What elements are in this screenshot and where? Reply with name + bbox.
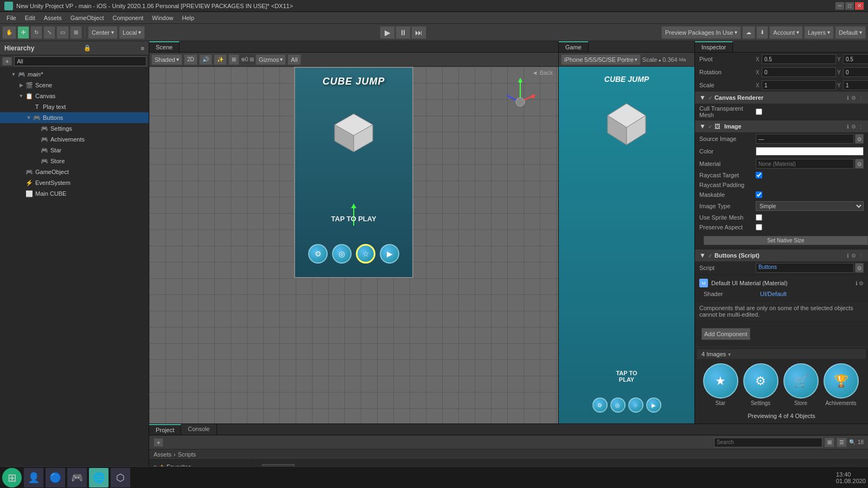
menu-help[interactable]: Help (177, 14, 199, 22)
project-list-view-btn[interactable]: ☰ (837, 438, 847, 447)
move-tool[interactable]: ✛ (17, 26, 29, 39)
menu-assets[interactable]: Assets (40, 14, 66, 22)
canvas-renderer-info[interactable]: ℹ (847, 95, 849, 101)
audio-btn[interactable]: 🔊 (199, 54, 212, 65)
tree-item-maincube[interactable]: ⬜ Main CUBE (0, 188, 149, 199)
canvas-renderer-menu[interactable]: ⋮ (858, 95, 864, 101)
canvas-renderer-settings[interactable]: ⚙ (851, 95, 856, 101)
maskable-check[interactable] (756, 191, 762, 198)
scene-view-btn[interactable]: ⊞ (228, 54, 239, 65)
layer-all-btn[interactable]: All (288, 54, 301, 65)
buttons-settings[interactable]: ⚙ (851, 253, 856, 259)
preserve-aspect-check[interactable] (756, 224, 762, 230)
rotation-x-input[interactable] (762, 67, 836, 77)
play-button[interactable]: ▶ (380, 26, 395, 39)
taskbar-icon-1[interactable]: 👤 (24, 468, 43, 487)
breadcrumb-assets[interactable]: Assets (154, 451, 171, 458)
project-search[interactable] (714, 438, 822, 447)
pivot-y-input[interactable] (843, 54, 868, 64)
tree-item-store[interactable]: 🎮 Store (0, 156, 149, 166)
taskbar-icon-3[interactable]: 🎮 (67, 468, 87, 487)
scale-tool[interactable]: ⤡ (43, 26, 55, 39)
scale-x-input[interactable] (762, 80, 836, 90)
tab-console[interactable]: Console (181, 424, 216, 435)
preview-packages-dropdown[interactable]: Preview Packages In Use ▾ (661, 26, 741, 39)
minimize-btn[interactable]: ─ (835, 2, 844, 10)
material-ref-info[interactable]: ℹ (856, 280, 858, 286)
tree-item-playtext[interactable]: T Play text (0, 101, 149, 112)
taskbar-icon-4[interactable]: 🌐 (89, 468, 108, 487)
hierarchy-add-btn[interactable]: + (2, 57, 12, 66)
tree-item-main[interactable]: ▼ 🎮 main* (0, 69, 149, 80)
cloud-btn[interactable]: ⬇ (756, 26, 768, 39)
canvas-renderer-header[interactable]: ▼ ✓ Canvas Renderer ℹ ⚙ ⋮ (695, 92, 868, 104)
step-button[interactable]: ⏭ (411, 26, 426, 39)
layers-dropdown[interactable]: Layers ▾ (804, 26, 834, 39)
multi-tool[interactable]: ⊞ (70, 26, 82, 39)
preview-dropdown-icon[interactable]: ▾ (728, 351, 731, 357)
menu-component[interactable]: Component (108, 14, 148, 22)
maximize-btn[interactable]: □ (845, 2, 854, 10)
image-info[interactable]: ℹ (847, 124, 849, 130)
tab-project[interactable]: Project (149, 424, 181, 435)
pivot-x-input[interactable] (762, 54, 836, 64)
scene-viewport[interactable]: CUBE JUMP (149, 67, 558, 423)
buttons-script-header[interactable]: ▼ ✓ Buttons (Script) ℹ ⚙ ⋮ (695, 249, 868, 261)
menu-file[interactable]: File (2, 14, 21, 22)
material-ref-settings[interactable]: ⚙ (859, 280, 864, 286)
menu-window[interactable]: Window (148, 14, 177, 22)
source-image-input[interactable] (756, 134, 854, 144)
image-type-select[interactable]: Simple (756, 201, 864, 211)
use-sprite-mesh-check[interactable] (756, 214, 762, 221)
menu-edit[interactable]: Edit (21, 14, 40, 22)
script-pick[interactable]: ⊙ (855, 263, 864, 273)
taskbar-icon-5[interactable]: ⬡ (111, 468, 130, 487)
tree-item-achivements[interactable]: 🎮 Achivements (0, 134, 149, 145)
shaded-dropdown[interactable]: Shaded ▾ (151, 54, 182, 65)
set-native-size-btn[interactable]: Set Native Size (704, 236, 868, 245)
layout-dropdown[interactable]: Default ▾ (835, 26, 866, 39)
start-btn[interactable]: ⊞ (2, 468, 22, 487)
image-menu[interactable]: ⋮ (858, 124, 864, 130)
pause-button[interactable]: ⏸ (395, 26, 411, 39)
rect-tool[interactable]: ▭ (56, 26, 69, 39)
hierarchy-menu-icon[interactable]: ≡ (141, 45, 144, 52)
collab-btn[interactable]: ☁ (742, 26, 755, 39)
buttons-info[interactable]: ℹ (847, 253, 849, 259)
tree-item-star[interactable]: 🎮 Star (0, 145, 149, 156)
close-btn[interactable]: ✕ (855, 2, 864, 10)
scale-y-input[interactable] (843, 80, 868, 90)
tree-item-canvas[interactable]: ▼ 📋 Canvas (0, 91, 149, 101)
project-icon-view-btn[interactable]: ⊞ (825, 438, 834, 447)
tree-item-eventsystem[interactable]: ⚡ EventSystem (0, 177, 149, 188)
menu-gameobject[interactable]: GameObject (66, 14, 108, 22)
tab-inspector[interactable]: Inspector (695, 41, 733, 52)
buttons-menu[interactable]: ⋮ (858, 253, 864, 259)
rotation-y-input[interactable] (843, 67, 868, 77)
tree-item-gameobject[interactable]: 🎮 GameObject (0, 166, 149, 177)
coord-dropdown[interactable]: Local ▾ (119, 26, 145, 39)
add-component-btn[interactable]: Add Component (701, 328, 750, 340)
back-button[interactable]: ◄ Back (532, 69, 553, 76)
hand-tool[interactable]: ✋ (2, 26, 16, 39)
tree-item-settings[interactable]: 🎮 Settings (0, 123, 149, 134)
image-settings[interactable]: ⚙ (851, 124, 856, 130)
source-image-pick[interactable]: ⊙ (855, 134, 864, 144)
tab-scene[interactable]: Scene (149, 41, 180, 52)
image-section-header[interactable]: ▼ ✓ 🖼 Image ℹ ⚙ ⋮ (695, 120, 868, 132)
breadcrumb-scripts[interactable]: Scripts (178, 451, 196, 458)
tree-item-scene[interactable]: ▶ 🎬 Scene (0, 80, 149, 91)
project-add-btn[interactable]: + (154, 438, 163, 447)
color-swatch[interactable] (756, 147, 864, 156)
taskbar-icon-2[interactable]: 🔵 (46, 468, 65, 487)
hierarchy-search[interactable] (14, 56, 146, 66)
gizmos-dropdown[interactable]: Gizmos ▾ (256, 54, 286, 65)
raycast-target-check[interactable] (756, 172, 762, 178)
rotate-tool[interactable]: ↻ (30, 26, 42, 39)
account-dropdown[interactable]: Account ▾ (769, 26, 803, 39)
material-pick[interactable]: ⊙ (855, 159, 864, 169)
2d-btn[interactable]: 2D (184, 54, 197, 65)
tree-item-buttons[interactable]: ▼ 🎮 Buttons (0, 112, 149, 123)
cull-transparent-check[interactable] (756, 108, 762, 115)
effects-btn[interactable]: ✨ (214, 54, 227, 65)
